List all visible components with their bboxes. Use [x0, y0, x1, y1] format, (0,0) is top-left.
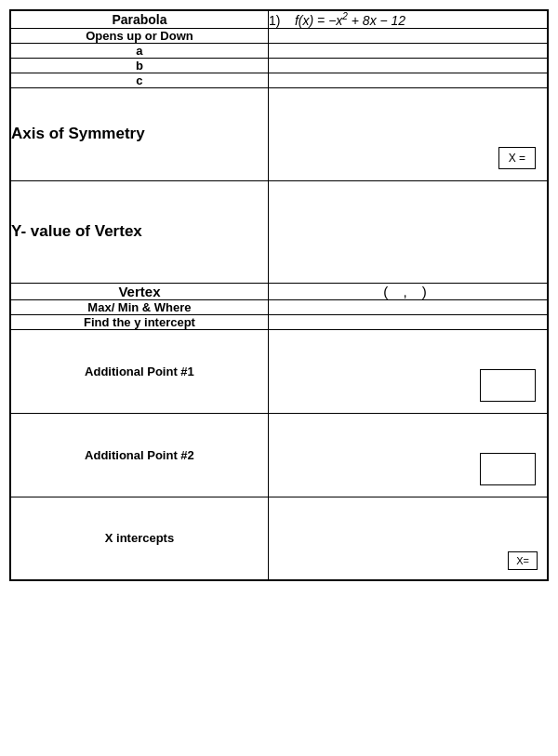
add-point1-value — [268, 329, 548, 413]
add-point2-label: Additional Point #2 — [10, 413, 268, 497]
parabola-header: Parabola — [10, 10, 268, 28]
c-row: c — [10, 73, 548, 87]
maxmin-value — [268, 299, 548, 314]
formula-number: 1) — [269, 13, 280, 28]
maxmin-row: Max/ Min & Where — [10, 299, 548, 314]
add-point1-label: Additional Point #1 — [10, 329, 268, 413]
b-value — [268, 58, 548, 73]
main-table: Parabola 1) f(x) = −x2 + 8x − 12 Opens u… — [9, 9, 549, 581]
a-value — [268, 43, 548, 58]
opens-value — [268, 28, 548, 43]
x-intercepts-value: X= — [268, 497, 548, 580]
x-intercepts-row: X intercepts X= — [10, 497, 548, 580]
axis-row: Axis of Symmetry X = — [10, 87, 548, 180]
c-value — [268, 73, 548, 87]
add-point2-row: Additional Point #2 — [10, 413, 548, 497]
b-row: b — [10, 58, 548, 73]
axis-value-cell: X = — [268, 87, 548, 180]
add-point1-row: Additional Point #1 — [10, 329, 548, 413]
vertex-placeholder: ( , ) — [268, 283, 548, 299]
y-vertex-value — [268, 180, 548, 283]
add-point2-value — [268, 413, 548, 497]
y-intercept-value — [268, 314, 548, 329]
c-label: c — [10, 73, 268, 87]
x-intercepts-label: X intercepts — [10, 497, 268, 580]
x-intercepts-box: X= — [508, 551, 538, 570]
header-row: Parabola 1) f(x) = −x2 + 8x − 12 — [10, 10, 548, 28]
a-row: a — [10, 43, 548, 58]
y-vertex-row: Y- value of Vertex — [10, 180, 548, 283]
vertex-label: Vertex — [10, 283, 268, 299]
worksheet: Parabola 1) f(x) = −x2 + 8x − 12 Opens u… — [9, 9, 549, 581]
add-point1-box — [480, 369, 536, 402]
b-label: b — [10, 58, 268, 73]
add-point2-box — [480, 453, 536, 485]
axis-label: Axis of Symmetry — [10, 87, 268, 180]
formula-text: f(x) = −x2 + 8x − 12 — [295, 13, 405, 28]
y-intercept-row: Find the y intercept — [10, 314, 548, 329]
y-vertex-label: Y- value of Vertex — [10, 180, 268, 283]
x-equals-box: X = — [498, 147, 536, 169]
a-label: a — [10, 43, 268, 58]
vertex-row: Vertex ( , ) — [10, 283, 548, 299]
maxmin-label: Max/ Min & Where — [10, 299, 268, 314]
opens-row: Opens up or Down — [10, 28, 548, 43]
y-intercept-label: Find the y intercept — [10, 314, 268, 329]
opens-label: Opens up or Down — [10, 28, 268, 43]
formula-header: 1) f(x) = −x2 + 8x − 12 — [268, 10, 548, 28]
